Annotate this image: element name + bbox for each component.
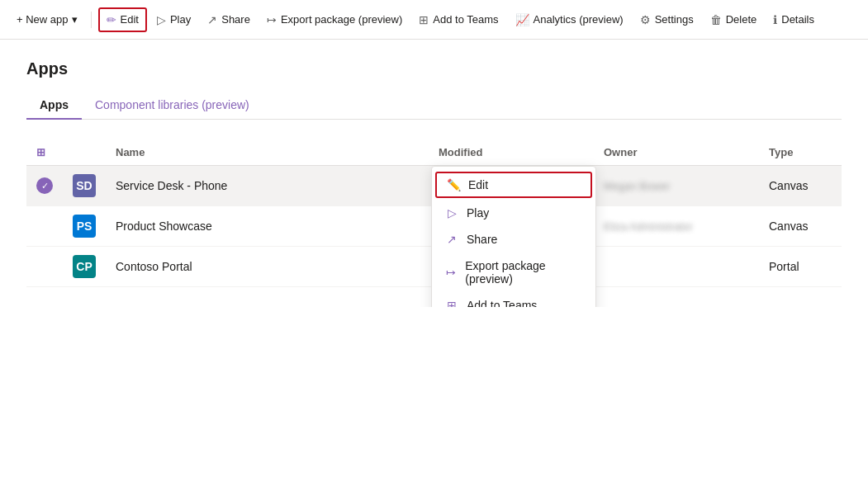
delete-button[interactable]: 🗑 Delete (704, 9, 764, 31)
menu-item-add-to-teams[interactable]: ⊞Add to Teams (432, 292, 595, 307)
app-owner: Megan Bower (594, 166, 759, 206)
new-app-button[interactable]: + New app ▾ (10, 9, 84, 30)
table-icon: ⊞ (36, 146, 45, 158)
settings-label: Settings (655, 13, 694, 26)
details-button[interactable]: ℹ Details (766, 9, 821, 31)
context-menu: ✏️Edit▷Play↗Share↦Export package (previe… (431, 166, 596, 307)
tab-apps[interactable]: Apps (26, 92, 82, 120)
edit-menu-label: Edit (468, 178, 488, 191)
analytics-icon: 📈 (515, 13, 529, 26)
play-icon: ▷ (157, 13, 166, 26)
share-menu-label: Share (467, 233, 497, 246)
settings-button[interactable]: ⚙ Settings (633, 9, 700, 31)
edit-button[interactable]: ✏ Edit (98, 7, 147, 32)
chevron-down-icon: ▾ (72, 13, 78, 26)
app-owner (594, 247, 759, 287)
toolbar: + New app ▾ ✏ Edit ▷ Play ↗ Share ↦ Expo… (0, 0, 868, 40)
edit-icon: ✏ (107, 13, 116, 26)
add-to-teams-label: Add to Teams (433, 13, 498, 26)
menu-item-share[interactable]: ↗Share (432, 226, 595, 253)
app-icon: CP (73, 255, 96, 278)
details-icon: ℹ (773, 13, 777, 26)
row-check[interactable] (26, 247, 63, 287)
col-header-modified[interactable]: Modified (429, 139, 594, 166)
app-name[interactable]: Service Desk - Phone (106, 166, 429, 206)
add-to-teams-button[interactable]: ⊞ Add to Teams (412, 9, 505, 31)
share-label: Share (221, 13, 250, 26)
app-name[interactable]: Contoso Portal (106, 247, 429, 287)
analytics-label: Analytics (preview) (534, 13, 624, 26)
play-menu-label: Play (467, 206, 489, 220)
export-menu-icon: ↦ (445, 266, 457, 279)
teams-icon: ⊞ (419, 13, 429, 26)
check-icon: ✓ (36, 177, 53, 194)
col-header-type[interactable]: Type (759, 139, 842, 166)
tab-bar: Apps Component libraries (preview) (26, 92, 842, 120)
col-header-icon (63, 139, 106, 166)
owner-name: Eliza Administrator (604, 220, 693, 233)
add-to-teams-menu-icon: ⊞ (445, 299, 458, 307)
row-check[interactable]: ✓ (26, 166, 63, 206)
app-icon: PS (73, 215, 96, 238)
app-type: Portal (759, 247, 842, 287)
export-menu-label: Export package (preview) (465, 259, 582, 286)
menu-item-edit[interactable]: ✏️Edit (435, 172, 592, 198)
app-icon-cell: PS (63, 206, 106, 247)
share-button[interactable]: ↗ Share (201, 9, 257, 31)
app-icon-cell: SD (63, 166, 106, 206)
settings-icon: ⚙ (640, 13, 651, 26)
owner-name: Megan Bower (604, 180, 670, 192)
share-menu-icon: ↗ (445, 233, 458, 246)
app-type: Canvas (759, 206, 842, 247)
row-check[interactable] (26, 206, 63, 247)
app-owner: Eliza Administrator (594, 206, 759, 247)
menu-item-play[interactable]: ▷Play (432, 200, 595, 226)
export-label: Export package (preview) (281, 13, 402, 26)
add-to-teams-menu-label: Add to Teams (467, 299, 537, 307)
export-icon: ↦ (267, 13, 277, 26)
toolbar-separator-1 (91, 12, 92, 28)
analytics-button[interactable]: 📈 Analytics (preview) (509, 9, 630, 31)
edit-menu-icon: ✏️ (447, 178, 460, 191)
tab-component-libraries[interactable]: Component libraries (preview) (82, 92, 263, 120)
new-app-label: + New app (17, 13, 69, 26)
app-icon: SD (73, 174, 96, 197)
play-label: Play (170, 13, 191, 26)
col-header-owner[interactable]: Owner (594, 139, 759, 166)
page-content: Apps Apps Component libraries (preview) … (0, 40, 868, 307)
col-header-name[interactable]: Name (106, 139, 429, 166)
app-icon-cell: CP (63, 247, 106, 287)
details-label: Details (781, 13, 814, 26)
menu-item-export[interactable]: ↦Export package (preview) (432, 253, 595, 292)
export-button[interactable]: ↦ Export package (preview) (260, 9, 409, 31)
app-type: Canvas (759, 166, 842, 206)
play-menu-icon: ▷ (445, 206, 458, 220)
play-button[interactable]: ▷ Play (150, 9, 197, 31)
edit-label: Edit (121, 13, 139, 26)
delete-label: Delete (726, 13, 757, 26)
apps-table-wrapper: ⊞ Name Modified Owner Type (26, 139, 842, 287)
col-header-checkbox: ⊞ (26, 139, 63, 166)
delete-icon: 🗑 (710, 13, 722, 26)
share-icon: ↗ (207, 13, 217, 26)
page-title: Apps (26, 59, 842, 78)
app-name[interactable]: Product Showcase (106, 206, 429, 247)
